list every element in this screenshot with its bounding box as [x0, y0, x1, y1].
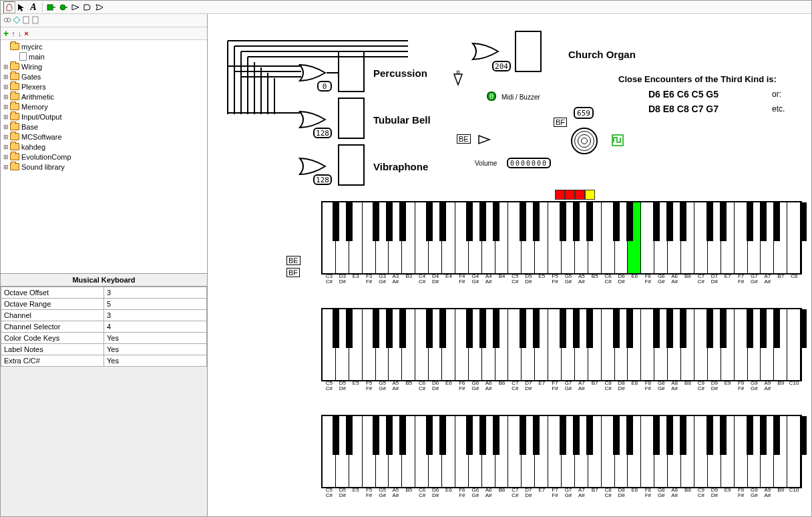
black-key[interactable] — [773, 416, 780, 455]
instrument-block-4[interactable] — [515, 31, 542, 72]
property-row[interactable]: Extra C/C#Yes — [1, 355, 207, 367]
square-wave-icon[interactable] — [612, 134, 624, 148]
black-key[interactable] — [399, 309, 406, 348]
lock-icon[interactable] — [3, 16, 11, 25]
white-key[interactable] — [735, 202, 748, 273]
black-key[interactable] — [466, 416, 473, 455]
expand-icon[interactable]: ⊞ — [2, 134, 10, 140]
black-key[interactable] — [373, 416, 379, 455]
black-key[interactable] — [493, 309, 499, 348]
buffer-gate-icon[interactable] — [69, 1, 81, 13]
black-key[interactable] — [706, 416, 713, 455]
keyboard-2[interactable]: C5D5E5F5G5A5B5C6D6E6F6G6A6B6C7D7E7F7G7A7… — [321, 308, 802, 381]
tree-folder[interactable]: ⊞Memory — [2, 102, 206, 112]
black-key[interactable] — [426, 416, 433, 455]
speaker-component[interactable] — [571, 128, 598, 154]
black-key[interactable] — [800, 309, 807, 348]
const-percussion[interactable]: 0 — [317, 81, 332, 92]
black-key[interactable] — [626, 202, 633, 241]
led-red-2[interactable] — [565, 190, 575, 200]
black-key[interactable] — [346, 416, 353, 455]
page2-icon[interactable] — [31, 16, 39, 25]
expand-icon[interactable]: ⊞ — [2, 114, 10, 120]
white-key[interactable] — [694, 309, 708, 380]
black-key[interactable] — [373, 309, 379, 348]
expand-icon[interactable]: ⊞ — [2, 104, 10, 110]
black-key[interactable] — [747, 309, 753, 348]
tag-be[interactable]: BE — [457, 134, 471, 144]
black-key[interactable] — [520, 416, 526, 455]
property-value[interactable]: 3 — [104, 287, 207, 299]
black-key[interactable] — [386, 416, 393, 455]
white-key[interactable] — [735, 416, 748, 487]
black-key[interactable] — [760, 416, 767, 455]
instrument-block-3[interactable] — [338, 144, 365, 186]
const-church[interactable]: 204 — [492, 61, 511, 71]
black-key[interactable] — [386, 309, 393, 348]
property-value[interactable]: Yes — [104, 344, 207, 355]
black-key[interactable] — [747, 202, 753, 241]
black-key[interactable] — [573, 309, 580, 348]
led-red-1[interactable] — [555, 190, 565, 200]
instrument-block-1[interactable] — [338, 51, 365, 92]
black-key[interactable] — [560, 416, 566, 455]
tree-folder[interactable]: ⊞Gates — [2, 71, 206, 81]
circuit-canvas[interactable]: Percussion Tubular Bell Vibraphone Churc… — [208, 14, 811, 516]
not-gate[interactable] — [453, 70, 463, 88]
or-gate-4[interactable] — [471, 42, 499, 61]
black-key[interactable] — [439, 309, 446, 348]
pin-input-icon[interactable] — [57, 1, 69, 13]
black-key[interactable] — [706, 309, 713, 348]
property-value[interactable]: Yes — [104, 355, 207, 367]
project-tree[interactable]: mycirc main ⊞Wiring⊞Gates⊞Plexers⊞Arithm… — [1, 40, 207, 274]
black-key[interactable] — [439, 416, 446, 455]
black-key[interactable] — [747, 416, 753, 455]
black-key[interactable] — [560, 202, 566, 241]
tree-main[interactable]: main — [2, 51, 206, 61]
black-key[interactable] — [613, 416, 620, 455]
expand-icon[interactable]: ⊞ — [2, 164, 10, 170]
property-row[interactable]: Label NotesYes — [1, 344, 207, 355]
black-key[interactable] — [466, 202, 473, 241]
white-key[interactable] — [694, 202, 708, 273]
black-key[interactable] — [586, 309, 593, 348]
black-key[interactable] — [560, 309, 566, 348]
white-key[interactable] — [787, 416, 801, 487]
black-key[interactable] — [613, 202, 620, 241]
tag-bf2[interactable]: BF — [286, 268, 300, 277]
black-key[interactable] — [720, 309, 727, 348]
black-key[interactable] — [346, 309, 353, 348]
black-key[interactable] — [520, 202, 526, 241]
white-key[interactable] — [735, 309, 748, 380]
black-key[interactable] — [666, 202, 673, 241]
black-key[interactable] — [439, 202, 446, 241]
hand-tool-icon[interactable] — [3, 1, 15, 13]
property-row[interactable]: Channel3 — [1, 310, 207, 321]
tree-folder[interactable]: ⊞Base — [2, 122, 206, 132]
black-key[interactable] — [666, 309, 673, 348]
pin-output-icon[interactable] — [45, 1, 57, 13]
or-gate-icon[interactable] — [93, 1, 106, 13]
tree-root[interactable]: mycirc — [2, 41, 206, 51]
black-key[interactable] — [626, 309, 633, 348]
canvas-viewport[interactable]: Percussion Tubular Bell Vibraphone Churc… — [208, 14, 811, 516]
black-key[interactable] — [346, 202, 353, 241]
text-tool-icon[interactable]: A — [27, 1, 39, 13]
or-gate-1[interactable] — [298, 63, 327, 82]
tag-bf[interactable]: BF — [554, 118, 567, 127]
black-key[interactable] — [333, 416, 339, 455]
black-key[interactable] — [479, 202, 486, 241]
black-key[interactable] — [520, 309, 526, 348]
digit-volume[interactable]: 0000000 — [507, 158, 551, 168]
property-row[interactable]: Octave Offset3 — [1, 287, 207, 299]
delete-icon[interactable]: × — [24, 29, 28, 37]
black-key[interactable] — [773, 202, 780, 241]
tree-folder[interactable]: ⊞EvolutionComp — [2, 152, 206, 162]
black-key[interactable] — [653, 309, 660, 348]
black-key[interactable] — [493, 416, 499, 455]
black-key[interactable] — [426, 309, 433, 348]
white-key[interactable] — [787, 202, 801, 273]
expand-icon[interactable]: ⊞ — [2, 124, 10, 130]
black-key[interactable] — [333, 202, 339, 241]
property-row[interactable]: Channel Selector4 — [1, 321, 207, 333]
